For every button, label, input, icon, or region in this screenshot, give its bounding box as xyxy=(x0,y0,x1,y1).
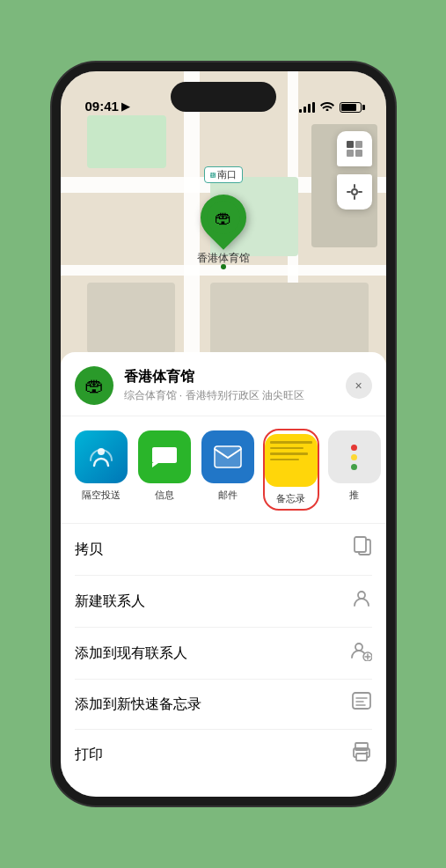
location-arrow-icon: ▶ xyxy=(121,100,129,113)
notes-icon xyxy=(265,434,318,487)
svg-rect-24 xyxy=(356,754,367,761)
more-share-label: 推 xyxy=(349,489,359,502)
action-quick-note[interactable]: 添加到新快速备忘录 xyxy=(75,680,372,730)
share-item-airdrop[interactable]: 隔空投送 xyxy=(75,430,128,509)
quick-note-icon xyxy=(351,692,372,717)
messages-label: 信息 xyxy=(155,489,174,502)
mail-label: 邮件 xyxy=(218,489,238,502)
copy-icon xyxy=(353,536,372,563)
map-pin: 🏟 香港体育馆 xyxy=(197,195,250,266)
share-row: 隔空投送 信息 邮件 xyxy=(61,416,386,524)
svg-point-13 xyxy=(358,592,365,599)
svg-point-25 xyxy=(365,752,368,754)
close-button[interactable]: × xyxy=(346,372,372,399)
share-item-more[interactable]: 推 xyxy=(328,430,381,509)
person-icon xyxy=(351,588,372,614)
mail-icon xyxy=(201,430,254,483)
action-copy[interactable]: 拷贝 xyxy=(75,524,372,576)
share-item-mail[interactable]: 邮件 xyxy=(201,430,254,509)
svg-rect-3 xyxy=(355,150,362,157)
person-add-icon xyxy=(349,640,372,666)
action-new-contact[interactable]: 新建联系人 xyxy=(75,576,372,628)
more-share-icon xyxy=(328,430,381,483)
venue-info: 香港体育馆 综合体育馆 · 香港特别行政区 油尖旺区 xyxy=(124,368,346,403)
action-add-contact-label: 添加到现有联系人 xyxy=(75,644,187,663)
action-print-label: 打印 xyxy=(75,746,103,764)
svg-rect-2 xyxy=(347,150,354,157)
venue-name: 香港体育馆 xyxy=(124,368,346,386)
airdrop-icon xyxy=(75,430,128,483)
action-quick-note-label: 添加到新快速备忘录 xyxy=(75,695,201,714)
notes-label: 备忘录 xyxy=(276,492,305,505)
svg-point-4 xyxy=(352,189,357,195)
action-list: 拷贝 新建联系人 添加到现有联系人 xyxy=(61,524,386,779)
svg-rect-18 xyxy=(353,693,370,709)
messages-icon xyxy=(138,430,191,483)
share-item-messages[interactable]: 信息 xyxy=(138,430,191,509)
sheet-header: 🏟 香港体育馆 综合体育馆 · 香港特别行政区 油尖旺区 × xyxy=(61,352,386,416)
map-controls[interactable] xyxy=(337,131,372,210)
svg-rect-1 xyxy=(355,141,362,148)
action-add-existing-contact[interactable]: 添加到现有联系人 xyxy=(75,628,372,680)
action-new-contact-label: 新建联系人 xyxy=(75,592,145,611)
venue-subtitle: 综合体育馆 · 香港特别行政区 油尖旺区 xyxy=(124,388,346,403)
location-button[interactable] xyxy=(337,174,372,210)
dynamic-island xyxy=(171,82,276,112)
venue-icon: 🏟 xyxy=(75,366,113,405)
bottom-sheet: 🏟 香港体育馆 综合体育馆 · 香港特别行政区 油尖旺区 × 隔空投送 xyxy=(61,352,386,797)
map-south-label: 出 南口 xyxy=(204,166,243,183)
signal-bars xyxy=(299,102,315,113)
action-copy-label: 拷贝 xyxy=(75,541,103,559)
airdrop-label: 隔空投送 xyxy=(82,489,121,502)
map-label-icon: 出 xyxy=(210,173,216,178)
status-time: 09:41 ▶ xyxy=(85,99,129,114)
action-print[interactable]: 打印 xyxy=(75,730,372,779)
svg-rect-12 xyxy=(355,537,366,552)
status-icons xyxy=(299,100,362,114)
phone-frame: 09:41 ▶ xyxy=(52,63,395,805)
print-icon xyxy=(351,742,372,767)
wifi-icon xyxy=(320,100,334,114)
svg-rect-0 xyxy=(347,141,354,148)
svg-point-14 xyxy=(355,644,362,651)
share-item-notes[interactable]: 备忘录 xyxy=(265,430,318,509)
battery-icon xyxy=(340,102,362,113)
map-view-button[interactable] xyxy=(337,131,372,166)
